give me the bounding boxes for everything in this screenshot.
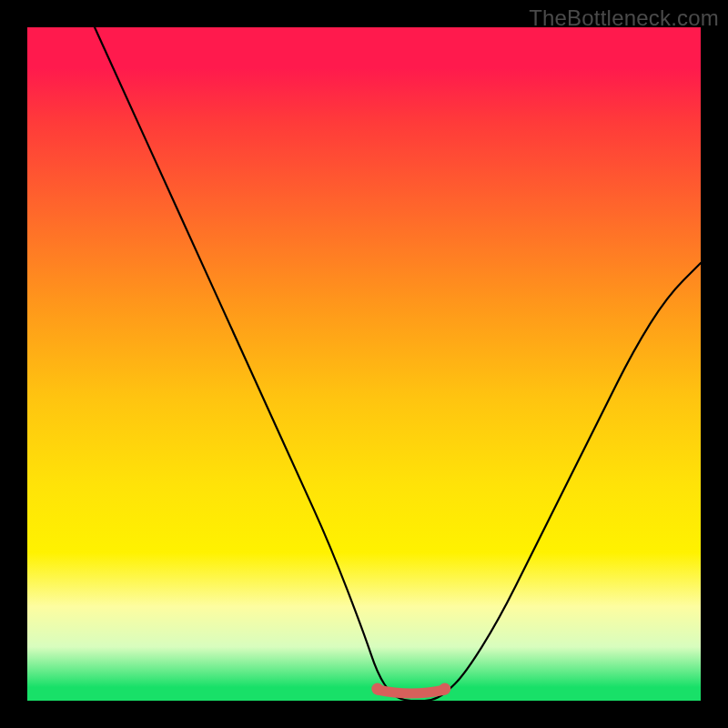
flat-region-highlight [378, 690, 445, 693]
chart-frame: TheBottleneck.com [0, 0, 728, 728]
plot-area [27, 27, 701, 701]
flat-region-end-dot [439, 683, 450, 695]
bottleneck-curve-path [95, 27, 701, 701]
curve-svg [27, 27, 701, 701]
flat-region-start-dot [371, 683, 383, 695]
